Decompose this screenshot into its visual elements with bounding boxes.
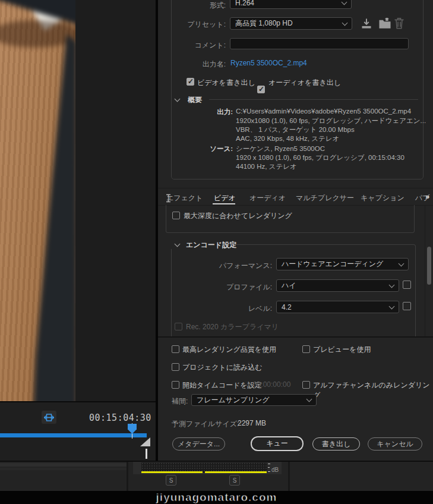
preview-letterbox-area <box>75 0 156 402</box>
level-dropdown[interactable]: 4.2 <box>276 301 399 313</box>
save-preset-icon[interactable] <box>361 18 372 29</box>
preset-dropdown[interactable]: 高品質 1,080p HD <box>230 17 352 30</box>
tab-effects[interactable]: エフェクト <box>166 193 203 203</box>
interpolation-value: フレームサンプリング <box>197 395 270 405</box>
track-header-stripe <box>0 463 127 467</box>
active-tab-underline <box>213 203 235 204</box>
meter-tick <box>268 471 270 472</box>
meter-tick <box>268 464 270 464</box>
max-quality-label: 最高レンダリング品質を使用 <box>182 345 276 355</box>
export-audio-checkbox[interactable] <box>257 86 265 93</box>
start-timecode-checkbox[interactable] <box>172 381 179 389</box>
summary-rule <box>209 99 418 100</box>
meters-divider-right <box>288 462 290 491</box>
use-previews-checkbox[interactable] <box>302 345 310 353</box>
comment-input[interactable] <box>230 38 409 49</box>
use-previews-label: プレビューを使用 <box>313 345 371 355</box>
import-project-checkbox[interactable] <box>172 363 179 371</box>
scrollbar-thumb[interactable] <box>427 247 431 285</box>
summary-output-label: 出力: <box>196 108 233 116</box>
chevron-down-icon <box>306 396 312 402</box>
chevron-down-icon <box>342 0 347 5</box>
summary-source-line: 44100 Hz, ステレオ <box>236 162 297 171</box>
max-depth-checkbox[interactable] <box>172 212 180 219</box>
estimated-size-label: 予測ファイルサイズ: <box>172 419 239 429</box>
level-value: 4.2 <box>282 303 292 311</box>
export-video-label: ビデオを書き出し <box>197 78 255 88</box>
metadata-button[interactable]: メタデータ... <box>172 437 225 451</box>
black-cone-object <box>18 34 75 401</box>
profile-override-checkbox[interactable] <box>403 281 411 289</box>
text-cursor-icon <box>165 194 172 203</box>
cancel-button[interactable]: キャンセル <box>368 437 422 451</box>
import-preset-icon[interactable] <box>378 18 391 29</box>
summary-source-line: シーケンス, Ryzen5 3500OC <box>236 144 325 153</box>
fit-width-icon <box>44 414 54 421</box>
tab-captions[interactable]: キャプション <box>361 193 404 203</box>
summary-output-line: C:¥Users¥admin¥Videos¥adobe¥Ryzen5 3500O… <box>236 108 411 115</box>
timeline-scrollbar-tick[interactable] <box>146 449 147 459</box>
comment-label: コメント: <box>172 40 226 51</box>
export-video-checkbox[interactable] <box>187 78 194 86</box>
performance-label: パフォーマンス: <box>201 261 272 271</box>
preset-value: 高品質 1,080p HD <box>235 18 293 29</box>
preset-label: プリセット: <box>166 20 226 30</box>
watermark-text: jiyunagomataro.com <box>0 491 433 504</box>
alpha-only-checkbox[interactable] <box>302 381 310 389</box>
export-audio-label: オーディオを書き出し <box>268 78 341 88</box>
delete-preset-icon[interactable] <box>394 17 404 29</box>
chevron-down-icon <box>389 282 395 288</box>
solo-button-right[interactable]: S <box>229 475 240 486</box>
object-shadow <box>0 20 75 48</box>
rec2020-checkbox[interactable] <box>175 323 182 330</box>
format-label: 形式: <box>178 1 226 11</box>
summary-output-line: 1920x1080 (1.0), 60 fps, プログレッシブ, ハードウェア… <box>236 116 426 125</box>
performance-dropdown[interactable]: ハードウェアエンコーディング <box>276 258 409 270</box>
timeline-timecode: 00:15:04:30 <box>89 412 151 423</box>
chevron-down-icon <box>342 20 348 26</box>
queue-button[interactable]: キュー <box>251 436 304 451</box>
interpolation-label: 補間: <box>172 396 188 407</box>
fit-to-width-button[interactable] <box>42 411 56 424</box>
profile-label: プロファイル: <box>201 282 272 292</box>
format-dropdown[interactable]: H.264 <box>230 0 352 9</box>
encode-settings-title: エンコード設定 <box>186 240 236 250</box>
timeline-work-area-bar[interactable] <box>0 433 147 437</box>
audio-meter-bar-left <box>141 471 203 473</box>
profile-dropdown[interactable]: ハイ <box>276 279 399 292</box>
import-project-label: プロジェクトに読み込む <box>182 363 263 373</box>
start-timecode-label: 開始タイムコードを設定 <box>182 380 262 390</box>
solo-button-left[interactable]: S <box>166 475 176 486</box>
interpolation-dropdown[interactable]: フレームサンプリング <box>191 394 317 406</box>
video-preview-frame <box>0 0 75 401</box>
rec2020-label: Rec. 2020 カラープライマリ <box>186 322 279 332</box>
summary-output-line: VBR、 1 パス, ターゲット 20.00 Mbps <box>236 125 355 134</box>
format-value: H.264 <box>235 0 254 7</box>
tab-audio[interactable]: オーディオ <box>249 193 286 203</box>
db-label: dB <box>271 467 279 473</box>
audio-meter-bar-right <box>205 471 267 473</box>
footer-divider <box>158 336 433 338</box>
max-quality-checkbox[interactable] <box>172 345 179 353</box>
scroll-track-seam <box>425 205 425 336</box>
chevron-down-icon <box>399 260 404 266</box>
summary-source-label: ソース: <box>196 144 233 153</box>
summary-source-line: 1920 x 1080 (1.0), 60 fps, プログレッシブ, 00:1… <box>236 153 404 162</box>
output-name-link[interactable]: Ryzen5 3500OC_2.mp4 <box>230 59 307 67</box>
meter-tick <box>268 467 270 468</box>
tab-multiplexer[interactable]: マルチプレクサー <box>296 193 354 203</box>
output-name-label: 出力名: <box>172 59 226 70</box>
profile-value: ハイ <box>282 281 296 291</box>
tab-video[interactable]: ビデオ <box>214 193 236 203</box>
level-override-checkbox[interactable] <box>403 302 411 310</box>
export-button[interactable]: 書き出し <box>312 437 360 451</box>
alpha-only-label: アルファチャンネルのみレンダリング <box>313 380 433 401</box>
chevron-down-icon <box>389 303 395 309</box>
level-label: レベル: <box>201 304 272 314</box>
tabs-overflow-icon[interactable]: » <box>425 192 429 201</box>
max-depth-label: 最大深度に合わせてレンダリング <box>184 211 292 221</box>
performance-value: ハードウェアエンコーディング <box>282 259 383 269</box>
meters-divider-left <box>127 462 128 491</box>
estimated-size-value: 2297 MB <box>238 419 266 427</box>
track-header-stripe <box>0 468 127 470</box>
